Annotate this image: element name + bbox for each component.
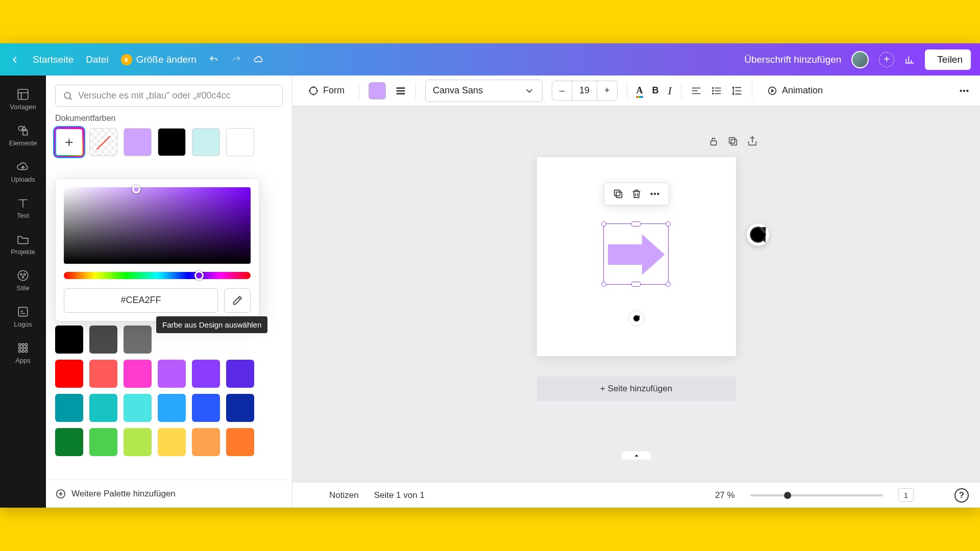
- color-swatch[interactable]: [89, 325, 117, 354]
- fill-color-button[interactable]: [369, 82, 386, 99]
- color-swatch[interactable]: [55, 394, 83, 422]
- zoom-knob[interactable]: [784, 492, 791, 499]
- bold-button[interactable]: B: [652, 85, 659, 96]
- color-swatch[interactable]: [158, 360, 186, 388]
- list-button[interactable]: [711, 85, 722, 96]
- font-select[interactable]: Canva Sans: [425, 80, 543, 102]
- arrow-shape[interactable]: [608, 234, 665, 275]
- duplicate-icon[interactable]: [612, 188, 624, 199]
- svg-point-15: [22, 350, 24, 352]
- shape-edit-button[interactable]: Form: [303, 82, 350, 99]
- doc-swatch[interactable]: [226, 128, 254, 156]
- add-palette-button[interactable]: Weitere Palette hinzufügen: [46, 480, 292, 508]
- font-size-value[interactable]: 19: [572, 81, 597, 100]
- page-count-badge[interactable]: 1: [898, 488, 914, 502]
- help-button[interactable]: ?: [954, 488, 969, 503]
- animation-button[interactable]: Animation: [762, 82, 828, 99]
- nav-apps[interactable]: Apps: [0, 336, 46, 369]
- color-side-panel: Versuche es mit „blau" oder „#00c4cc Dok…: [46, 76, 292, 508]
- regenerate-fab[interactable]: [747, 223, 769, 246]
- resize-button[interactable]: ♛Größe ändern: [121, 54, 197, 65]
- color-swatch[interactable]: [89, 360, 117, 388]
- insights-icon[interactable]: [904, 55, 915, 65]
- doc-swatch[interactable]: [158, 128, 186, 156]
- notes-icon[interactable]: [304, 490, 314, 500]
- add-page-button[interactable]: + Seite hinzufügen: [537, 377, 736, 401]
- page-strip-toggle[interactable]: [621, 450, 652, 460]
- saturation-value-box[interactable]: [64, 187, 251, 264]
- color-swatch[interactable]: [226, 428, 254, 456]
- color-swatch[interactable]: [89, 428, 117, 456]
- rotate-handle[interactable]: [628, 310, 645, 327]
- color-swatch[interactable]: [192, 360, 220, 388]
- text-color-button[interactable]: A: [636, 85, 643, 96]
- duplicate-page-icon[interactable]: [727, 136, 739, 147]
- lock-icon[interactable]: [708, 136, 719, 147]
- nav-elements[interactable]: Elemente: [0, 119, 46, 152]
- border-style-button[interactable]: [395, 85, 406, 96]
- font-size-decrease[interactable]: –: [552, 81, 572, 100]
- resize-handle[interactable]: [631, 282, 641, 287]
- spacing-button[interactable]: [731, 85, 743, 96]
- svg-point-26: [967, 90, 968, 91]
- hue-slider[interactable]: [64, 272, 251, 279]
- color-swatch[interactable]: [55, 428, 83, 456]
- fullscreen-icon[interactable]: [929, 490, 939, 500]
- add-color-button[interactable]: +: [55, 128, 83, 156]
- resize-handle[interactable]: [666, 221, 671, 227]
- color-swatch[interactable]: [192, 394, 220, 422]
- doc-swatch[interactable]: [192, 128, 220, 156]
- resize-handle[interactable]: [631, 221, 641, 227]
- stage[interactable]: + Seite hinzufügen: [292, 106, 980, 482]
- color-swatch[interactable]: [124, 428, 152, 456]
- undo-icon[interactable]: [209, 55, 219, 65]
- nav-logos[interactable]: Logos: [0, 300, 46, 333]
- color-swatch[interactable]: [55, 325, 83, 354]
- color-swatch[interactable]: [158, 394, 186, 422]
- selection-box[interactable]: [603, 223, 669, 285]
- resize-handle[interactable]: [601, 282, 606, 287]
- color-search-input[interactable]: Versuche es mit „blau" oder „#00c4cc: [55, 85, 283, 107]
- hex-input[interactable]: #CEA2FF: [64, 288, 218, 313]
- color-swatch[interactable]: [158, 428, 186, 456]
- color-swatch[interactable]: [89, 394, 117, 422]
- back-icon[interactable]: [9, 54, 20, 65]
- color-swatch[interactable]: [226, 360, 254, 388]
- redo-icon[interactable]: [231, 55, 241, 65]
- resize-handle[interactable]: [601, 221, 606, 227]
- export-page-icon[interactable]: [747, 136, 758, 147]
- doc-swatch[interactable]: [124, 128, 152, 156]
- share-button[interactable]: Teilen: [925, 49, 971, 70]
- nav-text[interactable]: Text: [0, 191, 46, 224]
- nav-projects[interactable]: Projekte: [0, 228, 46, 261]
- home-link[interactable]: Startseite: [33, 54, 74, 65]
- nav-styles[interactable]: Stile: [0, 264, 46, 297]
- more-icon[interactable]: [959, 85, 970, 96]
- zoom-value[interactable]: 27 %: [715, 490, 735, 500]
- color-swatch[interactable]: [124, 325, 152, 354]
- color-swatch[interactable]: [226, 394, 254, 422]
- color-swatch[interactable]: [124, 360, 152, 388]
- align-button[interactable]: [691, 85, 702, 96]
- zoom-slider[interactable]: [750, 494, 883, 496]
- cloud-sync-icon[interactable]: [254, 55, 264, 65]
- add-collaborator-button[interactable]: +: [879, 52, 894, 67]
- font-size-increase[interactable]: +: [597, 81, 617, 100]
- delete-icon[interactable]: [631, 188, 642, 199]
- nav-uploads[interactable]: Uploads: [0, 155, 46, 188]
- color-swatch[interactable]: [124, 394, 152, 422]
- color-swatch[interactable]: [55, 360, 83, 388]
- nav-templates[interactable]: Vorlagen: [0, 83, 46, 116]
- avatar[interactable]: [851, 51, 869, 68]
- sv-handle[interactable]: [132, 185, 140, 193]
- resize-handle[interactable]: [666, 282, 671, 287]
- file-menu[interactable]: Datei: [86, 54, 108, 65]
- italic-button[interactable]: I: [668, 84, 672, 97]
- more-icon[interactable]: [649, 188, 660, 199]
- color-swatch[interactable]: [192, 428, 220, 456]
- transparent-swatch[interactable]: [89, 128, 117, 156]
- notes-button[interactable]: Notizen: [329, 490, 359, 500]
- document-title[interactable]: Überschrift hinzufügen: [744, 54, 841, 65]
- eyedropper-button[interactable]: Farbe aus Design auswählen: [224, 288, 251, 313]
- hue-handle[interactable]: [194, 271, 204, 280]
